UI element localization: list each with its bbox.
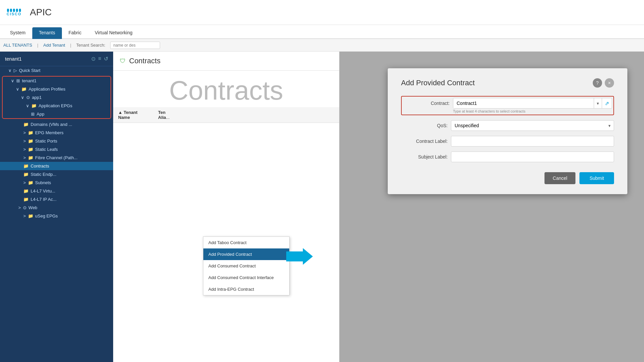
add-tenant-link[interactable]: Add Tenant	[43, 43, 65, 48]
tab-tenants[interactable]: Tenants	[32, 27, 62, 39]
separator-1: |	[37, 43, 38, 48]
dialog-help-button[interactable]: ?	[593, 78, 602, 88]
cisco-text: CISCO	[7, 12, 22, 16]
main-content: 🛡 Contracts Contracts ▲ TenantName TenAl…	[113, 52, 644, 362]
col-tenant-name: ▲ TenantName	[118, 110, 158, 120]
sidebar-item-label: Quick Start	[19, 68, 40, 73]
sidebar-item-useg-epgs[interactable]: > 📁 uSeg EPGs	[0, 212, 113, 220]
cisco-logo: CISCO	[7, 9, 22, 16]
sidebar-item-app[interactable]: ⊞ App	[3, 110, 110, 118]
sidebar-item-quick-start[interactable]: ∨ ▷ Quick Start	[0, 66, 113, 75]
list-icon[interactable]: ≡	[98, 56, 101, 62]
sidebar-item-epg-members[interactable]: > 📁 EPG Members	[0, 129, 113, 137]
tab-fabric[interactable]: Fabric	[62, 27, 88, 39]
contracts-panel: 🛡 Contracts Contracts ▲ TenantName TenAl…	[113, 52, 339, 362]
tab-system[interactable]: System	[3, 27, 32, 39]
sidebar-item-label: App	[37, 112, 44, 117]
sidebar-item-l4l7-ip[interactable]: 📁 L4-L7 IP Ac...	[0, 195, 113, 203]
dialog-close-button[interactable]: ×	[605, 78, 614, 88]
sync-icon[interactable]: ⊙	[91, 56, 96, 62]
subject-label-input[interactable]	[451, 152, 614, 162]
sidebar-item-label: Fibre Channel (Path...	[35, 155, 78, 160]
separator-2: |	[70, 43, 71, 48]
sidebar-item-label: Static Leafs	[35, 147, 58, 152]
context-menu: Add Taboo Contract Add Provided Contract…	[203, 236, 290, 295]
contract-label-input[interactable]	[451, 136, 614, 147]
sidebar-item-label: Subnets	[35, 180, 51, 185]
refresh-icon[interactable]: ↺	[104, 56, 108, 62]
qos-select[interactable]: Unspecified Level1 Level2 Level3	[451, 120, 614, 131]
subject-label-field-label: Subject Label:	[401, 154, 448, 160]
context-menu-add-provided[interactable]: Add Provided Contract	[203, 248, 289, 260]
folder-icon: 📁	[28, 147, 33, 152]
folder-icon: 📁	[28, 213, 33, 218]
sidebar: tenant1 ⊙ ≡ ↺ ∨ ▷ Quick Start ∨ ⊞ tenant…	[0, 52, 113, 362]
folder-icon: 📁	[28, 130, 33, 135]
main-layout: tenant1 ⊙ ≡ ↺ ∨ ▷ Quick Start ∨ ⊞ tenant…	[0, 52, 644, 362]
top-bar: CISCO APIC	[0, 0, 644, 25]
contract-field-group: Contract: ▾ ⇗ Type at least 4 characters…	[401, 96, 614, 115]
sidebar-item-app1[interactable]: ∨ ⊙ app1	[3, 93, 110, 102]
sidebar-header: tenant1 ⊙ ≡ ↺	[0, 52, 113, 66]
sidebar-item-l4l7-virtual[interactable]: 📁 L4-L7 Virtu...	[0, 187, 113, 195]
all-tenants-link[interactable]: ALL TENANTS	[3, 43, 32, 48]
expand-icon: >	[18, 205, 21, 210]
contract-label-field-label: Contract Label:	[401, 139, 448, 144]
sub-nav: ALL TENANTS | Add Tenant | Tenant Search…	[0, 39, 644, 52]
sidebar-item-label: Static Endp...	[31, 172, 56, 177]
sort-icon: ▲	[118, 110, 123, 115]
sidebar-item-web[interactable]: > ⊙ Web	[0, 203, 113, 212]
contracts-table-header: ▲ TenantName TenAlia...	[113, 107, 339, 123]
web-icon: ⊙	[23, 205, 27, 210]
expand-icon: ∨	[11, 78, 14, 83]
add-provided-contract-dialog: Add Provided Contract ? × Contract: ▾ ⇗	[388, 68, 627, 194]
sidebar-item-label: Domains (VMs and ...	[31, 122, 72, 127]
quick-start-icon: ▷	[14, 68, 17, 73]
contract-input[interactable]	[453, 98, 594, 108]
sidebar-item-label: uSeg EPGs	[35, 213, 58, 218]
folder-icon: 📁	[28, 139, 33, 144]
contract-input-wrapper: ▾ ⇗	[453, 98, 612, 109]
sidebar-item-label: L4-L7 IP Ac...	[31, 197, 57, 202]
qos-label: QoS:	[401, 123, 448, 128]
expand-icon: >	[23, 139, 26, 144]
folder-icon: 📁	[21, 87, 27, 92]
expand-icon: >	[23, 147, 26, 152]
cancel-button[interactable]: Cancel	[544, 172, 576, 184]
folder-icon: 📁	[23, 197, 29, 202]
sidebar-item-app-epgs[interactable]: ∨ 📁 Application EPGs	[3, 102, 110, 110]
contract-link-btn[interactable]: ⇗	[602, 98, 612, 108]
sidebar-item-label: L4-L7 Virtu...	[31, 188, 55, 193]
sidebar-item-app-profiles[interactable]: ∨ 📁 Application Profiles	[3, 85, 110, 93]
folder-icon: 📁	[28, 180, 33, 185]
tenant-name: tenant1	[5, 56, 22, 62]
cisco-logo-icon	[7, 9, 21, 12]
sidebar-item-label: tenant1	[22, 78, 36, 83]
sidebar-item-contracts[interactable]: 📁 Contracts	[0, 162, 113, 170]
contract-label-form-row: Contract Label:	[401, 136, 614, 147]
sidebar-header-icons: ⊙ ≡ ↺	[91, 56, 108, 62]
dialog-form: Contract: ▾ ⇗ Type at least 4 characters…	[401, 96, 614, 162]
folder-icon: 📁	[23, 164, 29, 169]
sidebar-item-label: Application EPGs	[39, 103, 72, 108]
tenant-search-input[interactable]	[110, 42, 160, 49]
submit-button[interactable]: Submit	[579, 172, 614, 184]
sidebar-item-domains[interactable]: 📁 Domains (VMs and ...	[0, 120, 113, 129]
dialog-title-row: Add Provided Contract ? ×	[401, 78, 614, 88]
expand-icon: >	[23, 180, 26, 185]
sidebar-item-static-leafs[interactable]: > 📁 Static Leafs	[0, 145, 113, 154]
context-menu-add-intra-epg[interactable]: Add Intra-EPG Contract	[203, 283, 289, 295]
col-tenant-alias: TenAlia...	[158, 110, 198, 120]
sidebar-item-tenant1[interactable]: ∨ ⊞ tenant1	[3, 77, 110, 85]
tab-virtual-networking[interactable]: Virtual Networking	[88, 27, 139, 39]
sidebar-item-label: EPG Members	[35, 130, 64, 135]
sidebar-item-subnets[interactable]: > 📁 Subnets	[0, 179, 113, 187]
context-menu-add-consumed[interactable]: Add Consumed Contract	[203, 260, 289, 272]
context-menu-add-taboo[interactable]: Add Taboo Contract	[203, 237, 289, 248]
sidebar-item-static-ports[interactable]: > 📁 Static Ports	[0, 137, 113, 145]
context-menu-add-consumed-interface[interactable]: Add Consumed Contract Interface	[203, 272, 289, 283]
sidebar-item-static-endp[interactable]: 📁 Static Endp...	[0, 170, 113, 179]
contract-dropdown-btn[interactable]: ▾	[594, 98, 602, 108]
tenant-search-label: Tenant Search:	[76, 43, 105, 48]
sidebar-item-fibre-channel[interactable]: > 📁 Fibre Channel (Path...	[0, 154, 113, 162]
